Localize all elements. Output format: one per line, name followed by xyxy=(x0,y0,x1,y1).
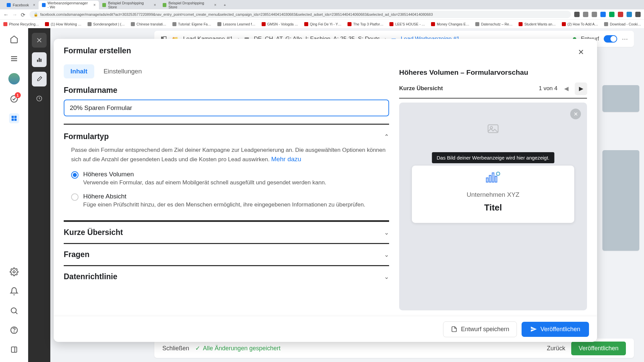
close-button[interactable]: Schließen xyxy=(162,345,189,352)
bookmark[interactable]: Money Changes E… xyxy=(431,22,469,26)
document-icon xyxy=(451,326,458,333)
bookmark[interactable]: Sonderangebot | (… xyxy=(88,22,125,26)
publish-button[interactable]: Veröffentlichen xyxy=(522,322,589,337)
edit-icon[interactable] xyxy=(32,72,47,86)
radio-higher-intent[interactable]: Höhere Absicht Füge einen Prüfschritt hi… xyxy=(64,189,389,211)
bookmarks-bar: Phone Recycling… (1) How Working … Sonde… xyxy=(0,19,644,28)
bookmark[interactable]: The Top 3 Platfor… xyxy=(347,22,383,26)
radio-desc: Füge einen Prüfschritt hinzu, der es den… xyxy=(83,201,365,208)
ext-icon[interactable] xyxy=(600,12,606,17)
formtype-description: Passe dein Formular entsprechend dem Zie… xyxy=(64,141,389,167)
bookmark[interactable]: Datenschutz – Re… xyxy=(475,22,513,26)
url-input[interactable]: 🔒facebook.com/adsmanager/manage/ads/edit… xyxy=(30,11,571,18)
tab-content[interactable]: Inhalt xyxy=(64,64,94,78)
close-editor-button[interactable] xyxy=(32,33,47,48)
chevron-down-icon: ⌄ xyxy=(384,273,389,281)
bookmark[interactable]: (1) How Working … xyxy=(45,22,81,26)
status-toggle[interactable] xyxy=(604,35,617,43)
search-icon[interactable] xyxy=(9,306,19,316)
save-draft-button[interactable]: Entwurf speichern xyxy=(443,321,517,337)
home-icon[interactable] xyxy=(9,34,19,44)
history-icon[interactable] xyxy=(32,91,47,106)
radio-higher-volume[interactable]: Höheres Volumen Verwende ein Formular, d… xyxy=(64,167,389,189)
bookmark[interactable]: Lessons Learned f… xyxy=(217,22,256,26)
ads-manager-icon[interactable] xyxy=(9,113,19,123)
close-icon[interactable]: ✕ xyxy=(575,46,587,58)
ext-icon[interactable] xyxy=(618,12,623,17)
preview-step-label: Kurze Übersicht xyxy=(399,85,443,92)
bookmark[interactable]: Phone Recycling… xyxy=(3,22,39,26)
lock-icon: 🔒 xyxy=(34,12,38,17)
close-icon[interactable]: × xyxy=(93,3,96,7)
section-formtype-header[interactable]: Formulartyp ⌃ xyxy=(64,132,389,141)
bookmark[interactable]: GMSN - Vologda … xyxy=(262,22,298,26)
bookmark[interactable]: (2) How To Add A… xyxy=(562,22,598,26)
svg-rect-26 xyxy=(489,175,491,182)
browser-chrome: Facebook× Werbeanzeigenmanager - We× Bei… xyxy=(0,0,644,28)
forward-icon[interactable]: → xyxy=(12,12,17,17)
browser-tab[interactable]: Beispiel Dropshipping Store× xyxy=(99,1,159,9)
close-icon[interactable]: × xyxy=(33,3,35,7)
svg-rect-17 xyxy=(37,60,38,62)
extension-icons xyxy=(574,12,641,17)
settings-icon[interactable] xyxy=(9,267,19,277)
svg-rect-6 xyxy=(11,119,14,121)
insights-icon[interactable] xyxy=(32,52,47,67)
more-icon[interactable]: ⋯ xyxy=(622,35,628,43)
close-icon[interactable]: × xyxy=(154,3,156,7)
tab-strip: Facebook× Werbeanzeigenmanager - We× Bei… xyxy=(0,0,644,9)
modal-footer: Entwurf speichern Veröffentlichen xyxy=(54,316,597,342)
bookmark[interactable]: Chinese translati… xyxy=(131,22,166,26)
bookmark[interactable]: LEE'S HOUSE - … xyxy=(389,22,425,26)
approvals-icon[interactable]: 1 xyxy=(9,94,19,104)
new-tab-button[interactable]: + xyxy=(220,1,230,9)
ext-icon[interactable] xyxy=(583,12,588,17)
section-privacy-header[interactable]: Datenrichtlinie ⌄ xyxy=(64,272,389,281)
section-overview-header[interactable]: Kurze Übersicht ⌄ xyxy=(64,228,389,237)
browser-tab[interactable]: Werbeanzeigenmanager - We× xyxy=(39,1,99,9)
learn-more-link[interactable]: Mehr dazu xyxy=(271,156,301,163)
form-name-input[interactable] xyxy=(64,100,389,116)
preview-thumb[interactable] xyxy=(602,150,639,251)
svg-line-10 xyxy=(15,312,17,314)
close-icon[interactable]: × xyxy=(214,3,216,7)
browser-tab[interactable]: Facebook× xyxy=(3,1,39,9)
prev-arrow-icon[interactable]: ◀ xyxy=(560,82,572,95)
reload-icon[interactable]: ⟳ xyxy=(21,12,26,17)
back-button[interactable]: Zurück xyxy=(547,345,565,352)
tab-label: Beispiel Dropshipping Store xyxy=(168,1,210,9)
menu-icon[interactable] xyxy=(635,12,641,17)
next-arrow-icon[interactable]: ▶ xyxy=(575,82,587,95)
svg-rect-18 xyxy=(39,58,40,62)
bookmark[interactable]: Qing Fei De Yi - Y… xyxy=(304,22,341,26)
svg-rect-19 xyxy=(40,59,41,62)
help-icon[interactable] xyxy=(9,325,19,335)
ext-icon[interactable] xyxy=(592,12,597,17)
back-icon[interactable]: ← xyxy=(3,12,9,17)
browser-tab[interactable]: Beispiel Dropshipping Store× xyxy=(159,1,220,9)
collapse-icon[interactable] xyxy=(9,345,19,355)
section-questions-header[interactable]: Fragen ⌄ xyxy=(64,250,389,259)
bookmark[interactable]: Download - Cooki… xyxy=(604,22,641,26)
publish-button[interactable]: Veröffentlichen xyxy=(571,342,626,355)
tab-label: Beispiel Dropshipping Store xyxy=(108,1,150,9)
section-questions: Fragen xyxy=(64,250,90,259)
ext-icon[interactable] xyxy=(627,12,632,17)
button-label: Entwurf speichern xyxy=(461,326,509,333)
close-icon[interactable]: ✕ xyxy=(570,109,581,119)
svg-rect-5 xyxy=(14,116,16,118)
bookmark[interactable]: Tutorial: Eigene Fa… xyxy=(172,22,211,26)
ext-icon[interactable] xyxy=(609,12,614,17)
tab-settings[interactable]: Einstellungen xyxy=(97,64,149,78)
menu-icon[interactable] xyxy=(9,54,19,64)
radio-icon xyxy=(71,171,78,179)
preview-thumb[interactable] xyxy=(602,85,639,112)
notification-badge: 1 xyxy=(15,92,21,98)
create-form-modal: Formular erstellen ✕ Inhalt Einstellunge… xyxy=(54,39,597,342)
ext-icon[interactable] xyxy=(574,12,580,17)
avatar[interactable] xyxy=(8,73,20,84)
bookmark[interactable]: Student Wants an… xyxy=(519,22,556,26)
svg-point-8 xyxy=(13,271,15,273)
notifications-icon[interactable] xyxy=(9,286,19,296)
button-label: Veröffentlichen xyxy=(540,326,580,333)
